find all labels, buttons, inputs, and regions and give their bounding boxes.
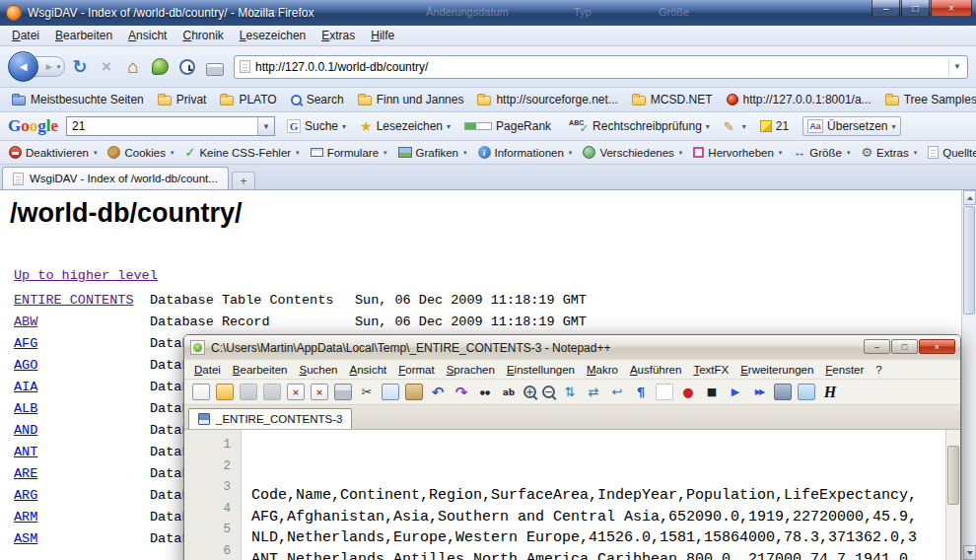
- menu-item[interactable]: Sprachen: [441, 362, 501, 378]
- entry-link[interactable]: ALB: [14, 401, 37, 416]
- scrollbar-thumb[interactable]: [947, 446, 959, 505]
- sync-horizontal-icon[interactable]: ⇄: [585, 384, 602, 400]
- menu-item[interactable]: Chronik: [174, 27, 231, 44]
- menu-item[interactable]: Fenster: [819, 362, 870, 378]
- undo-icon[interactable]: ↶: [429, 384, 447, 400]
- webdev-item[interactable]: Verschiedenes▾: [578, 144, 687, 161]
- bookmark-item[interactable]: http://sourceforge.net...: [471, 91, 623, 108]
- google-toolbar-item[interactable]: ▾: [720, 117, 750, 136]
- menu-item[interactable]: Datei: [4, 27, 47, 44]
- history-clock-button[interactable]: [179, 59, 195, 75]
- scrollbar-thumb[interactable]: [963, 206, 975, 315]
- notepadpp-titlebar[interactable]: C:\Users\Martin\AppData\Local\Temp\_ENTI…: [184, 335, 960, 360]
- close-button[interactable]: ×: [931, 0, 972, 17]
- bookmark-item[interactable]: http://127.0.0.1:8001/a...: [721, 91, 877, 108]
- zoom-in-icon[interactable]: +: [523, 385, 536, 398]
- bookmark-item[interactable]: Privat: [152, 91, 213, 108]
- tab-wsgidav[interactable]: WsgiDAV - Index of /world-db/count...: [2, 167, 229, 189]
- editor-scrollbar[interactable]: [945, 430, 960, 560]
- document-map-icon[interactable]: [798, 384, 815, 400]
- webdev-item[interactable]: Keine CSS-Fehler▾: [180, 143, 305, 162]
- new-file-icon[interactable]: [192, 384, 210, 400]
- bookmark-item[interactable]: Meistbesuchte Seiten: [6, 91, 150, 108]
- google-toolbar-item[interactable]: Übersetzen▾: [802, 116, 900, 136]
- google-toolbar-item[interactable]: Rechtschreibprüfung▾: [565, 117, 714, 135]
- home-button[interactable]: ⌂: [121, 53, 145, 81]
- entry-link[interactable]: ASM: [14, 531, 37, 546]
- editor[interactable]: 123456 Code,Name,Continent,Region,Surfac…: [184, 430, 960, 560]
- entry-link[interactable]: ARE: [14, 466, 37, 481]
- webdev-item[interactable]: Extras▾: [856, 143, 922, 162]
- google-toolbar-item[interactable]: PageRank: [460, 117, 559, 135]
- webdev-item[interactable]: Cookies▾: [103, 144, 178, 161]
- webdev-item[interactable]: Größe▾: [788, 143, 855, 162]
- menu-item[interactable]: Erweiterungen: [734, 362, 819, 378]
- menu-item[interactable]: Bearbeiten: [227, 362, 294, 378]
- webdev-item[interactable]: Grafiken▾: [393, 145, 472, 161]
- menu-item[interactable]: Suchen: [294, 362, 344, 378]
- bookmark-item[interactable]: Finn und Jannes: [352, 91, 470, 108]
- print-button[interactable]: [206, 63, 224, 76]
- menu-item[interactable]: Bearbeiten: [47, 27, 120, 44]
- menu-item[interactable]: TextFX: [687, 362, 734, 378]
- editor-text-area[interactable]: Code,Name,Continent,Region,SurfaceArea,I…: [242, 430, 945, 560]
- minimize-button[interactable]: –: [871, 0, 900, 17]
- entry-link[interactable]: ABW: [14, 315, 37, 329]
- entry-link[interactable]: AIA: [14, 380, 37, 394]
- google-search-dropdown[interactable]: ▼: [257, 117, 274, 135]
- indent-guide-icon[interactable]: [656, 384, 673, 400]
- document-tab[interactable]: _ENTIRE_CONTENTS-3: [188, 408, 352, 429]
- bookmark-item[interactable]: Search: [285, 91, 350, 108]
- menu-item[interactable]: Datei: [188, 362, 227, 378]
- up-link[interactable]: Up to higher level: [14, 268, 158, 283]
- webdev-item[interactable]: Quelltext: [923, 144, 976, 161]
- new-tab-button[interactable]: +: [232, 172, 255, 189]
- menu-item[interactable]: Makro: [581, 362, 624, 378]
- back-button[interactable]: ◄: [8, 51, 38, 82]
- firefox-titlebar[interactable]: WsgiDAV - Index of /world-db/country/ - …: [0, 0, 976, 26]
- webdev-item[interactable]: Deaktivieren▾: [4, 144, 102, 161]
- show-all-chars-icon[interactable]: ¶: [632, 384, 650, 400]
- menu-item[interactable]: Ansicht: [344, 362, 393, 378]
- menu-item[interactable]: Extras: [314, 27, 363, 44]
- url-bar[interactable]: ▼: [234, 55, 968, 79]
- find-icon[interactable]: ●●: [476, 384, 494, 400]
- stop-macro-icon[interactable]: ■: [703, 384, 721, 400]
- bookmark-item[interactable]: PLATO: [214, 91, 282, 108]
- print-icon[interactable]: [334, 384, 352, 400]
- menu-item[interactable]: Ansicht: [120, 27, 174, 44]
- maximize-button[interactable]: □: [901, 0, 930, 17]
- menu-item[interactable]: Einstellungen: [501, 362, 581, 378]
- entry-link[interactable]: ARG: [14, 488, 37, 503]
- save-macro-icon[interactable]: [774, 384, 792, 400]
- bookmark-item[interactable]: MCSD.NET: [626, 91, 719, 108]
- zoom-out-icon[interactable]: −: [542, 385, 555, 398]
- minimize-button[interactable]: –: [864, 339, 890, 354]
- entry-link[interactable]: ENTIRE CONTENTS: [14, 293, 134, 308]
- google-toolbar-item[interactable]: Suche▾: [283, 117, 350, 135]
- leaf-addon-button[interactable]: [152, 58, 169, 75]
- replace-icon[interactable]: ab: [500, 384, 518, 400]
- google-toolbar-item[interactable]: 21: [756, 117, 797, 135]
- entry-link[interactable]: AND: [14, 423, 37, 438]
- menu-item[interactable]: Hilfe: [363, 27, 402, 44]
- entry-link[interactable]: AFG: [14, 336, 37, 351]
- paste-icon[interactable]: [405, 384, 423, 400]
- url-dropdown-button[interactable]: ▼: [948, 57, 965, 77]
- entry-link[interactable]: ANT: [14, 445, 37, 459]
- play-macro-icon[interactable]: ▶: [727, 384, 744, 400]
- webdev-item[interactable]: Hervorheben▾: [688, 145, 787, 161]
- reload-button[interactable]: ↻: [68, 53, 92, 81]
- google-search-box[interactable]: ▼: [66, 116, 275, 136]
- copy-icon[interactable]: [382, 384, 399, 400]
- open-file-icon[interactable]: [216, 384, 234, 400]
- scroll-up-icon[interactable]: [963, 190, 976, 205]
- url-input[interactable]: [255, 60, 948, 74]
- entry-link[interactable]: AGO: [14, 358, 37, 373]
- close-button[interactable]: ×: [919, 339, 955, 354]
- google-toolbar-item[interactable]: Lesezeichen▾: [356, 116, 454, 136]
- scroll-down-icon[interactable]: [963, 545, 976, 560]
- entry-link[interactable]: ARM: [14, 510, 37, 525]
- menu-item[interactable]: Lesezeichen: [232, 27, 314, 44]
- webdev-item[interactable]: Informationen▾: [473, 144, 578, 161]
